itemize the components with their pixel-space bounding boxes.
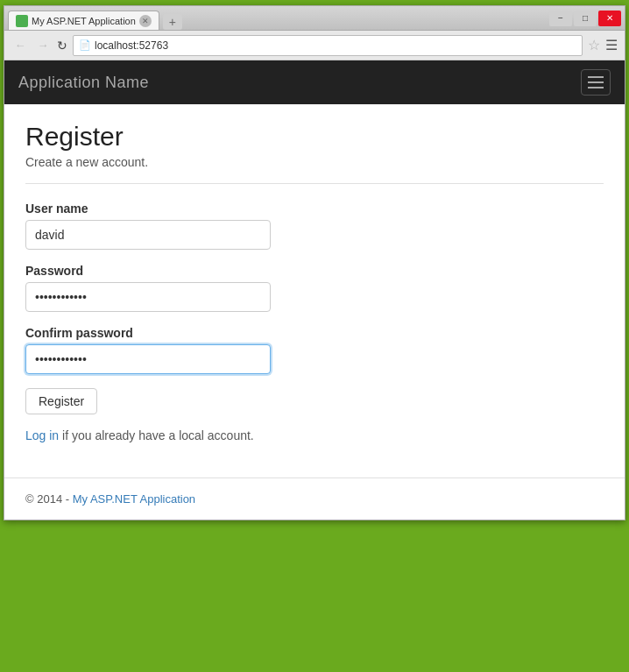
divider [25,183,604,184]
browser-menu-icon[interactable]: ☰ [605,37,618,53]
page-title: Register [25,122,604,152]
password-input[interactable] [25,282,271,312]
maximize-button[interactable]: □ [574,11,597,26]
address-bar: ← → ↻ 📄 localhost:52763 ☆ ☰ [4,31,625,60]
new-tab-button[interactable]: + [163,14,182,30]
url-bar[interactable]: 📄 localhost:52763 [73,35,583,56]
window-controls: − □ ✕ [549,11,621,26]
password-group: Password [25,264,323,312]
tab-title: My ASP.NET Application [32,16,136,26]
hamburger-line-3 [588,87,604,88]
login-prompt-text: if you already have a local account. [59,428,254,442]
title-bar: My ASP.NET Application ✕ + − □ ✕ [4,6,625,31]
username-label: User name [25,202,323,216]
tab-favicon [16,15,28,27]
url-lock-icon: 📄 [79,39,91,51]
confirm-password-input[interactable] [25,344,271,374]
confirm-password-group: Confirm password [25,326,323,374]
page-subtitle: Create a new account. [25,155,604,169]
close-button[interactable]: ✕ [598,11,621,26]
footer-app-link[interactable]: My ASP.NET Application [73,492,195,506]
username-input[interactable] [25,220,271,250]
bookmark-icon[interactable]: ☆ [588,37,600,53]
login-link[interactable]: Log in [25,428,59,442]
forward-button[interactable]: → [34,37,52,54]
tab-close-button[interactable]: ✕ [139,15,152,27]
back-button[interactable]: ← [11,37,29,54]
refresh-button[interactable]: ↻ [57,39,67,53]
page-content: Register Create a new account. User name… [4,104,625,477]
register-form: User name Password Confirm password Regi… [25,202,323,442]
password-label: Password [25,264,323,278]
login-prompt: Log in if you already have a local accou… [25,428,323,442]
hamburger-line-2 [588,81,604,83]
navbar-toggle-button[interactable] [581,69,611,95]
browser-tab[interactable]: My ASP.NET Application ✕ [8,11,159,30]
page-footer: © 2014 - My ASP.NET Application [4,477,625,520]
hamburger-line-1 [588,76,604,78]
app-navbar: Application Name [4,60,625,104]
tab-area: My ASP.NET Application ✕ + [8,6,549,30]
register-button[interactable]: Register [25,388,97,414]
minimize-button[interactable]: − [549,11,572,26]
footer-copyright: © 2014 - [25,492,73,506]
browser-window: My ASP.NET Application ✕ + − □ ✕ ← → ↻ 📄… [4,5,625,520]
app-container: Application Name Register Create a new a… [4,60,625,520]
username-group: User name [25,202,323,250]
confirm-password-label: Confirm password [25,326,323,340]
url-text: localhost:52763 [95,39,168,52]
app-brand: Application Name [18,74,149,92]
